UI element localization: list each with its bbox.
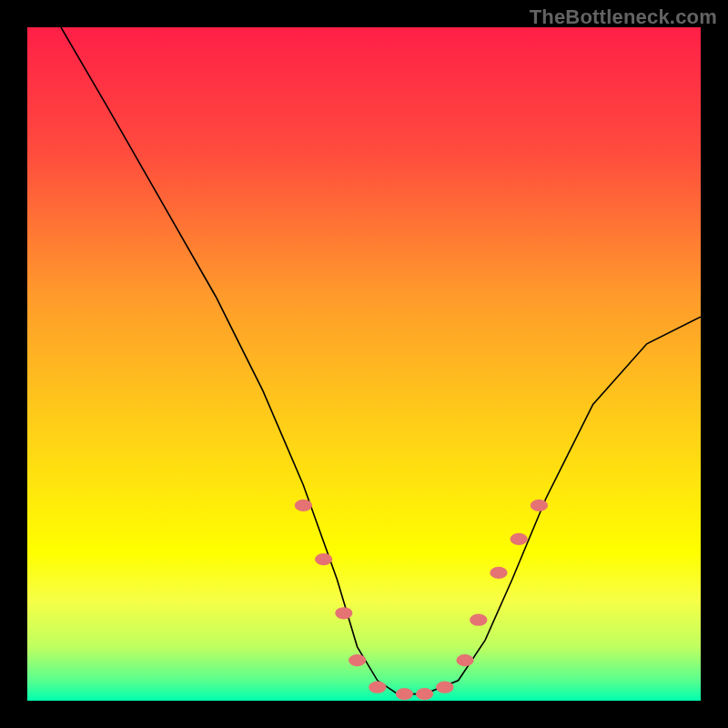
data-dot xyxy=(436,682,453,693)
data-dot xyxy=(349,654,366,666)
data-dot xyxy=(470,614,487,626)
data-dot xyxy=(315,553,332,565)
data-dot xyxy=(490,567,507,579)
data-dot xyxy=(396,688,413,700)
data-dot xyxy=(511,533,528,545)
data-dot xyxy=(531,500,548,511)
data-dot xyxy=(456,654,473,666)
watermark-text: TheBottleneck.com xyxy=(530,5,717,29)
gradient-background xyxy=(27,27,701,701)
data-dot xyxy=(416,688,433,700)
chart-frame: TheBottleneck.com xyxy=(0,0,728,728)
data-dot xyxy=(335,607,352,619)
data-dot xyxy=(369,682,386,693)
plot-area xyxy=(27,27,701,701)
plot-svg xyxy=(27,27,701,701)
data-dot xyxy=(295,500,312,511)
